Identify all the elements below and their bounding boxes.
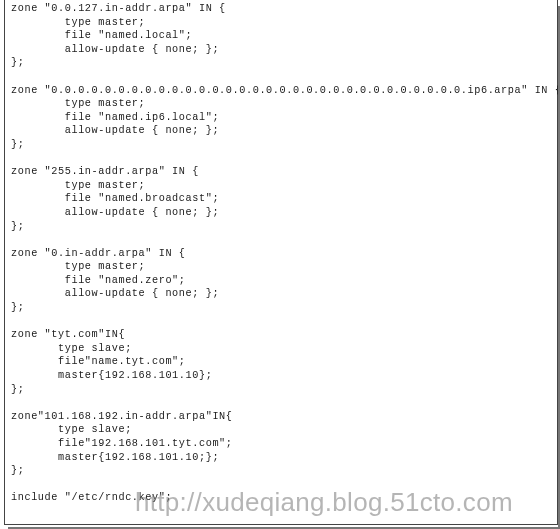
document-page: zone "0.0.127.in-addr.arpa" IN { type ma… [4,0,558,525]
config-file-text: zone "0.0.127.in-addr.arpa" IN { type ma… [5,2,557,505]
